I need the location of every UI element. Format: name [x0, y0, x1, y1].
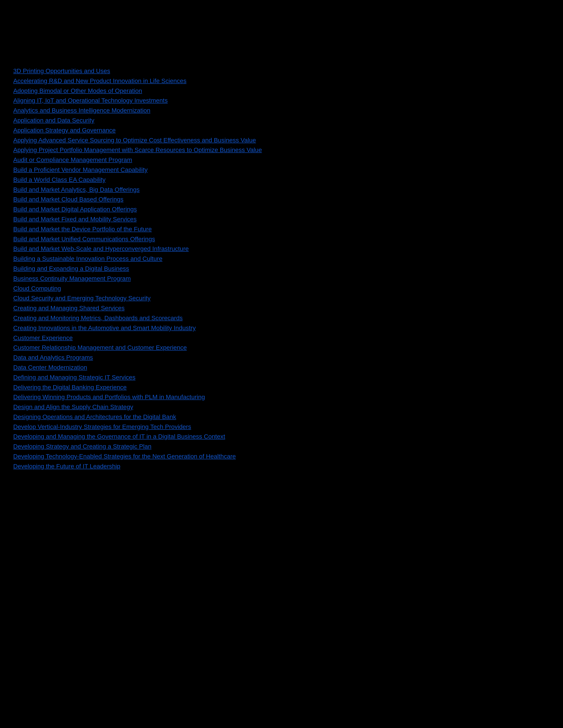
link-34[interactable]: Delivering Winning Products and Portfoli…	[13, 392, 550, 402]
link-8[interactable]: Applying Advanced Service Sourcing to Op…	[13, 135, 550, 145]
link-14[interactable]: Build and Market Cloud Based Offerings	[13, 195, 550, 205]
link-23[interactable]: Cloud Computing	[13, 284, 550, 294]
link-29[interactable]: Customer Relationship Management and Cus…	[13, 343, 550, 353]
link-24[interactable]: Cloud Security and Emerging Technology S…	[13, 293, 550, 303]
link-7[interactable]: Application Strategy and Governance	[13, 126, 550, 135]
link-17[interactable]: Build and Market the Device Portfolio of…	[13, 224, 550, 234]
link-25[interactable]: Creating and Managing Shared Services	[13, 303, 550, 313]
link-16[interactable]: Build and Market Fixed and Mobility Serv…	[13, 214, 550, 224]
link-4[interactable]: Aligning IT, IoT and Operational Technol…	[13, 96, 550, 106]
link-32[interactable]: Defining and Managing Strategic IT Servi…	[13, 373, 550, 383]
link-9[interactable]: Applying Project Portfolio Management wi…	[13, 145, 550, 155]
link-22[interactable]: Business Continuity Management Program	[13, 274, 550, 284]
link-list: 3D Printing Opportunities and UsesAccele…	[13, 9, 550, 471]
link-38[interactable]: Developing and Managing the Governance o…	[13, 432, 550, 442]
link-33[interactable]: Delivering the Digital Banking Experienc…	[13, 383, 550, 392]
link-28[interactable]: Customer Experience	[13, 333, 550, 343]
link-36[interactable]: Designing Operations and Architectures f…	[13, 412, 550, 422]
link-1[interactable]: 3D Printing Opportunities and Uses	[13, 66, 550, 76]
link-10[interactable]: Audit or Compliance Management Program	[13, 155, 550, 165]
link-15[interactable]: Build and Market Digital Application Off…	[13, 205, 550, 214]
link-18[interactable]: Build and Market Unified Communications …	[13, 234, 550, 244]
link-12[interactable]: Build a World Class EA Capability	[13, 175, 550, 185]
link-19[interactable]: Build and Market Web-Scale and Hyperconv…	[13, 244, 550, 254]
link-11[interactable]: Build a Proficient Vendor Management Cap…	[13, 165, 550, 175]
link-20[interactable]: Building a Sustainable Innovation Proces…	[13, 254, 550, 264]
link-31[interactable]: Data Center Modernization	[13, 363, 550, 373]
link-6[interactable]: Application and Data Security	[13, 116, 550, 126]
link-35[interactable]: Design and Align the Supply Chain Strate…	[13, 402, 550, 412]
link-39[interactable]: Developing Strategy and Creating a Strat…	[13, 442, 550, 452]
link-5[interactable]: Analytics and Business Intelligence Mode…	[13, 106, 550, 116]
link-40[interactable]: Developing Technology-Enabled Strategies…	[13, 452, 550, 462]
link-2[interactable]: Accelerating R&D and New Product Innovat…	[13, 76, 550, 86]
link-3[interactable]: Adopting Bimodal or Other Modes of Opera…	[13, 86, 550, 96]
link-41[interactable]: Developing the Future of IT Leadership	[13, 462, 550, 471]
link-21[interactable]: Building and Expanding a Digital Busines…	[13, 264, 550, 274]
link-26[interactable]: Creating and Monitoring Metrics, Dashboa…	[13, 313, 550, 323]
link-27[interactable]: Creating Innovations in the Automotive a…	[13, 323, 550, 333]
link-30[interactable]: Data and Analytics Programs	[13, 353, 550, 363]
link-37[interactable]: Develop Vertical-Industry Strategies for…	[13, 422, 550, 432]
link-13[interactable]: Build and Market Analytics, Big Data Off…	[13, 185, 550, 195]
